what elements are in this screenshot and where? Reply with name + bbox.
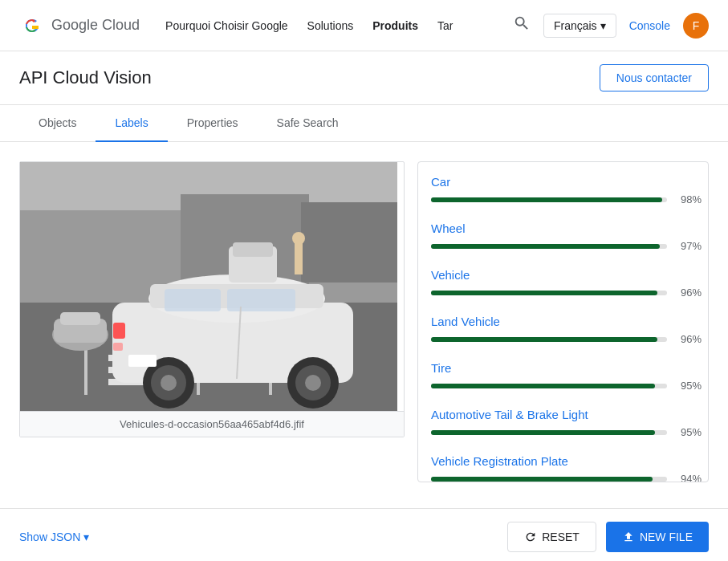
svg-rect-28 xyxy=(128,355,157,367)
svg-rect-19 xyxy=(227,289,295,311)
chevron-down-icon: ▾ xyxy=(83,531,89,543)
label-pct: 98% xyxy=(673,193,702,205)
label-pct: 94% xyxy=(673,473,702,482)
upload-icon xyxy=(622,531,635,543)
label-pct: 97% xyxy=(673,240,702,252)
logo-text: Google Cloud xyxy=(51,17,140,34)
results-panel: Car 98% Wheel 97% Vehicle 96% Land Vehic… xyxy=(417,161,709,482)
image-container: Vehicules-d-occasion56aa465abf4d6.jfif xyxy=(19,161,405,437)
svg-rect-26 xyxy=(113,323,125,339)
search-icon[interactable] xyxy=(513,14,531,36)
svg-point-31 xyxy=(292,232,305,245)
label-bar-container xyxy=(431,337,667,342)
page-title: API Cloud Vision xyxy=(19,67,152,88)
label-bar-container xyxy=(431,197,667,202)
label-item: Land Vehicle 96% xyxy=(431,315,702,345)
label-name[interactable]: Tire xyxy=(431,361,702,375)
svg-rect-18 xyxy=(165,289,221,311)
label-item: Wheel 97% xyxy=(431,222,702,252)
label-name[interactable]: Land Vehicle xyxy=(431,315,702,328)
show-json-button[interactable]: Show JSON ▾ xyxy=(19,531,89,543)
console-link[interactable]: Console xyxy=(629,19,670,32)
label-pct: 95% xyxy=(673,380,702,392)
label-name[interactable]: Car xyxy=(431,175,702,189)
tabs-bar: Objects Labels Properties Safe Search xyxy=(0,105,728,142)
tab-objects[interactable]: Objects xyxy=(19,105,96,142)
label-bar xyxy=(431,430,655,435)
reset-icon xyxy=(524,531,537,543)
sub-header: API Cloud Vision Nous contacter xyxy=(0,51,728,105)
svg-rect-30 xyxy=(295,242,303,274)
label-name[interactable]: Wheel xyxy=(431,222,702,235)
label-name[interactable]: Vehicle Registration Plate xyxy=(431,454,702,468)
label-pct: 96% xyxy=(673,287,702,299)
label-bar-row: 98% xyxy=(431,193,702,205)
avatar[interactable]: F xyxy=(683,13,709,39)
nav-produits[interactable]: Produits xyxy=(372,19,418,32)
header: Google Cloud Pourquoi Choisir Google Sol… xyxy=(0,0,728,51)
label-bar xyxy=(431,477,653,482)
logo-area: Google Cloud xyxy=(19,13,140,39)
footer-actions: RESET NEW FILE xyxy=(507,522,709,552)
reset-button[interactable]: RESET xyxy=(507,522,596,552)
label-bar-row: 96% xyxy=(431,287,702,299)
nav-pourquoi[interactable]: Pourquoi Choisir Google xyxy=(165,19,288,32)
svg-point-25 xyxy=(305,375,321,391)
footer: Show JSON ▾ RESET NEW FILE xyxy=(0,508,728,561)
label-bar-row: 95% xyxy=(431,426,702,438)
nav-solutions[interactable]: Solutions xyxy=(307,19,354,32)
header-right: Français ▾ Console F xyxy=(513,13,709,39)
svg-rect-4 xyxy=(301,202,397,283)
label-pct: 96% xyxy=(673,333,702,345)
label-item: Car 98% xyxy=(431,175,702,205)
tab-labels[interactable]: Labels xyxy=(96,105,167,142)
label-bar xyxy=(431,197,662,202)
label-bar-container xyxy=(431,384,667,388)
tab-properties[interactable]: Properties xyxy=(168,105,258,142)
label-bar-row: 94% xyxy=(431,473,702,482)
svg-rect-33 xyxy=(233,242,273,257)
label-bar-container xyxy=(431,244,667,249)
image-caption: Vehicules-d-occasion56aa465abf4d6.jfif xyxy=(20,411,404,437)
tab-safe-search[interactable]: Safe Search xyxy=(258,105,358,142)
label-bar-container xyxy=(431,430,667,435)
label-item: Vehicle 96% xyxy=(431,268,702,299)
label-bar-row: 97% xyxy=(431,240,702,252)
label-bar-row: 96% xyxy=(431,333,702,345)
label-bar-container xyxy=(431,291,667,295)
label-item: Automotive Tail & Brake Light 95% xyxy=(431,408,702,438)
scene-svg xyxy=(20,162,397,411)
results-scroll[interactable]: Car 98% Wheel 97% Vehicle 96% Land Vehic… xyxy=(418,162,708,482)
contact-button[interactable]: Nous contacter xyxy=(600,64,709,91)
google-logo-icon xyxy=(19,13,45,39)
svg-rect-14 xyxy=(60,312,100,325)
label-name[interactable]: Vehicle xyxy=(431,268,702,282)
svg-point-22 xyxy=(161,375,177,391)
label-bar-container xyxy=(431,477,667,482)
svg-rect-27 xyxy=(113,343,123,351)
label-name[interactable]: Automotive Tail & Brake Light xyxy=(431,408,702,421)
label-item: Vehicle Registration Plate 94% xyxy=(431,454,702,482)
main-nav: Pourquoi Choisir Google Solutions Produi… xyxy=(165,19,487,32)
image-section: Vehicules-d-occasion56aa465abf4d6.jfif xyxy=(19,161,405,437)
label-bar-row: 95% xyxy=(431,380,702,392)
label-bar xyxy=(431,244,660,249)
label-bar xyxy=(431,384,655,388)
show-json-label: Show JSON xyxy=(19,531,80,543)
chevron-down-icon: ▾ xyxy=(600,19,606,32)
nav-tar[interactable]: Tar xyxy=(437,19,453,32)
label-bar xyxy=(431,291,657,295)
main-content: Vehicules-d-occasion56aa465abf4d6.jfif C… xyxy=(0,142,728,502)
label-item: Tire 95% xyxy=(431,361,702,392)
car-image xyxy=(20,162,397,411)
label-bar xyxy=(431,337,657,342)
label-pct: 95% xyxy=(673,426,702,438)
language-selector[interactable]: Français ▾ xyxy=(543,14,616,38)
new-file-button[interactable]: NEW FILE xyxy=(606,522,709,552)
